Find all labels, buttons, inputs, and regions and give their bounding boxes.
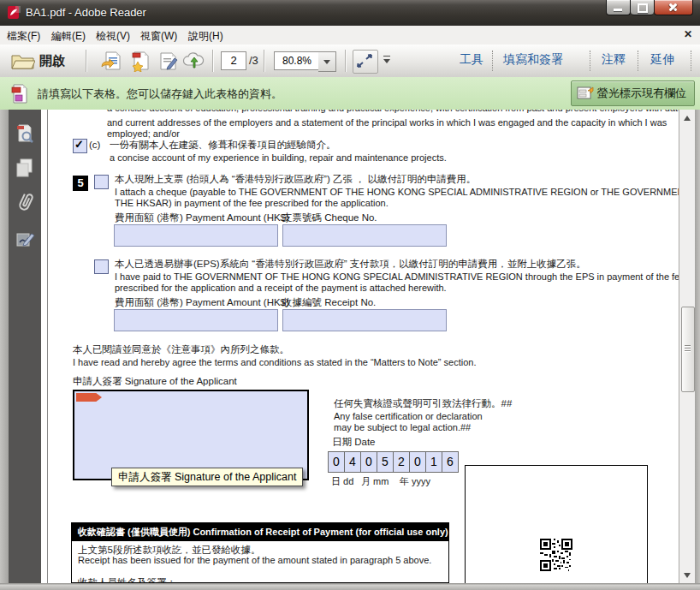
eps-en1: I have paid to THE GOVERNMENT OF THE HON…: [115, 271, 679, 283]
checkbox-eps[interactable]: [94, 259, 109, 274]
date-yyyy-label: 年 yyyy: [400, 475, 430, 488]
page-left-edge: [47, 110, 48, 583]
menu-view[interactable]: 檢視(V): [96, 29, 130, 44]
maximize-icon: [638, 3, 648, 13]
minimize-icon: [614, 9, 622, 11]
official-use-box: 上文第5段所述款項收訖，並已發給收據。 Receipt has been iss…: [71, 541, 449, 583]
date-digit[interactable]: 5: [377, 452, 394, 472]
menubar-close-icon[interactable]: ✕: [684, 28, 692, 40]
official-clipped-line: 收款人員姓名及簽署：: [78, 577, 176, 583]
intro-line3: employed; and/or: [107, 128, 180, 140]
signatures-pen-icon[interactable]: [15, 229, 35, 250]
open-folder-icon[interactable]: [11, 51, 34, 74]
item-c-en: a concise account of my experience in bu…: [110, 152, 447, 164]
minimize-button[interactable]: [606, 0, 631, 15]
form-message-text: 請填寫以下表格。您可以儲存鍵入此表格的資料。: [38, 86, 282, 102]
highlight-fields-icon: [577, 86, 594, 110]
window-title: BA1.pdf - Adobe Reader: [26, 6, 146, 19]
intro-clipped-line: a concise account of education, professi…: [107, 110, 679, 114]
page-thumbnails-icon[interactable]: [15, 123, 35, 144]
tools-panel-button[interactable]: 工具: [460, 52, 483, 68]
resize-arrows-icon: [353, 51, 376, 71]
date-field: 0 4 0 5 2 0 1 6: [328, 451, 459, 473]
zoom-level-input[interactable]: 80.8%: [274, 51, 320, 70]
cloud-upload-icon[interactable]: [182, 50, 205, 72]
eps-receipt-label: 收據編號 Receipt No.: [282, 297, 376, 308]
sign-here-flag-icon: [76, 393, 102, 402]
date-digit[interactable]: 4: [345, 452, 361, 472]
fit-page-button[interactable]: [353, 50, 378, 74]
scrollbar-thumb[interactable]: [681, 307, 695, 392]
form-message-bar: 請填寫以下表格。您可以儲存鍵入此表格的資料。 螢光標示現有欄位: [0, 77, 700, 110]
eps-en2: prescribed for the application and a rec…: [115, 283, 447, 294]
eps-zh: 本人已透過易辦事(EPS)系統向 “香港特別行政區政府” 支付款項，以繳付訂明的…: [115, 259, 586, 270]
date-dd-label: 日 dd: [331, 475, 353, 488]
official-en: Receipt has been issued for the payment …: [78, 555, 431, 566]
intro-line2: and current addresses of the employers a…: [107, 117, 667, 128]
checkbox-item-c[interactable]: ✓: [73, 139, 87, 153]
date-digit[interactable]: 0: [361, 452, 377, 472]
agreement-zh: 本人已閱讀並同意於《注意事項》內所列之條款。: [73, 344, 289, 355]
doc-send-arrow-icon[interactable]: [99, 50, 122, 72]
title-bar: BA1.pdf - Adobe Reader: [0, 0, 700, 27]
signature-tooltip: 申請人簽署 Signature of the Applicant: [111, 468, 303, 486]
cheque-amount-label: 費用面額 (港幣) Payment Amount (HK$): [115, 212, 289, 223]
date-digit[interactable]: 0: [329, 452, 345, 472]
cheque-en2: THE HKSAR) in payment of the fee prescri…: [115, 198, 389, 209]
maximize-button[interactable]: [631, 0, 654, 15]
window-left-frame: [0, 110, 9, 583]
cheque-amount-field[interactable]: [114, 224, 278, 247]
toolbar-overflow-button[interactable]: [383, 56, 391, 63]
cheque-no-label: 支票號碼 Cheque No.: [282, 212, 377, 223]
page-number-input[interactable]: 2: [221, 51, 246, 70]
attachments-paperclip-icon[interactable]: [15, 190, 35, 211]
highlight-fields-button[interactable]: 螢光標示現有欄位: [571, 80, 695, 106]
warning-en1: Any false certification or declaration: [334, 411, 483, 422]
item-c-label: (c): [89, 140, 100, 151]
cheque-zh: 本人現附上支票 (抬頭人為 “香港特別行政區政府”) 乙張 ， 以繳付訂明的申請…: [115, 174, 476, 185]
arrow-down-icon: [684, 573, 691, 578]
scroll-up-button[interactable]: [681, 111, 694, 125]
menu-edit[interactable]: 編輯(E): [51, 29, 86, 44]
thumb-grip-icon: [685, 345, 691, 353]
checkbox-cheque[interactable]: [94, 175, 109, 189]
doc-pen-icon[interactable]: [157, 50, 180, 72]
warning-zh: 任何失實核證或聲明可引致法律行動。##: [334, 398, 512, 409]
agreement-en: I have read and hereby agree the terms a…: [73, 357, 476, 368]
date-digit[interactable]: 6: [442, 452, 458, 472]
window-right-frame: [695, 110, 700, 583]
toolbar: 開啟 2 /3 80.8% 工具 填寫和簽署 注釋 延伸: [0, 45, 700, 78]
menu-bar: 檔案(F) 編輯(E) 檢視(V) 視窗(W) 說明(H) ✕: [0, 26, 700, 45]
page-total-label: /3: [249, 54, 258, 67]
scroll-down-button[interactable]: [681, 568, 694, 581]
date-digit[interactable]: 1: [426, 452, 442, 472]
open-button[interactable]: 開啟: [39, 53, 65, 69]
doc-star-icon[interactable]: [129, 50, 152, 72]
comment-panel-button[interactable]: 注釋: [602, 52, 626, 68]
pages-copy-icon[interactable]: [15, 158, 35, 178]
menu-window[interactable]: 視窗(W): [140, 29, 177, 44]
item-c-zh: 一份有關本人在建築、修葺和保養項目的經驗簡介。: [110, 140, 336, 151]
pdf-page[interactable]: a concise account of education, professi…: [41, 110, 679, 583]
zoom-dropdown-button[interactable]: [318, 51, 336, 72]
cheque-no-field[interactable]: [282, 224, 447, 247]
warning-en2: may be subject to legal action.##: [334, 422, 471, 433]
eps-amount-label: 費用面額 (港幣) Payment Amount (HK$): [115, 297, 289, 308]
date-label: 日期 Date: [332, 437, 376, 448]
extended-panel-button[interactable]: 延伸: [650, 52, 674, 68]
qr-code: [540, 539, 572, 575]
eps-receipt-field[interactable]: [282, 309, 447, 331]
menu-file[interactable]: 檔案(F): [7, 29, 40, 44]
navigation-pane-sidebar: [9, 110, 42, 583]
vertical-scrollbar[interactable]: [679, 110, 696, 583]
paragraph-5-number: 5: [73, 176, 88, 191]
date-digit[interactable]: 0: [410, 452, 426, 472]
checkmark-icon: ✓: [74, 138, 84, 151]
pdf-app-icon: [7, 5, 21, 20]
fill-sign-panel-button[interactable]: 填寫和簽署: [503, 52, 563, 68]
date-digit[interactable]: 2: [394, 452, 410, 472]
menu-help[interactable]: 說明(H): [188, 29, 223, 44]
form-fields-icon: [11, 84, 28, 107]
close-button[interactable]: [654, 0, 693, 15]
eps-amount-field[interactable]: [114, 309, 278, 331]
